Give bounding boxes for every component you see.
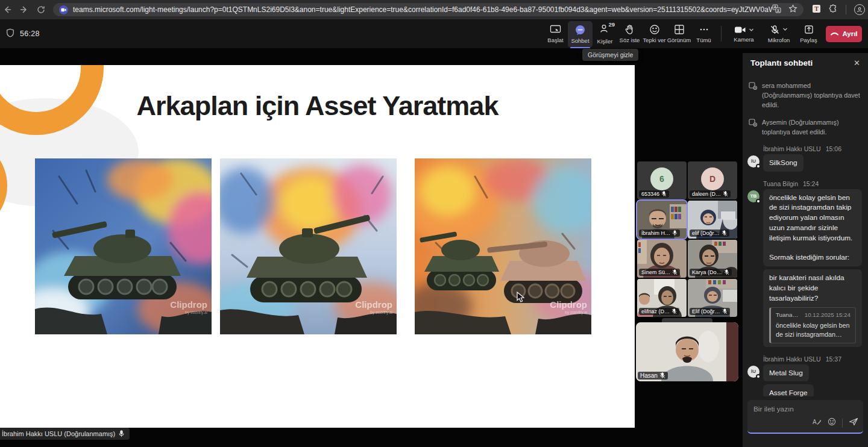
chat-message-list[interactable]: sera mohammed (Doğrulanmamış) toplantıya… (743, 72, 868, 396)
leave-label: Ayrıl (842, 30, 857, 37)
message-compose-box[interactable]: A (747, 400, 863, 434)
mic-muted-icon (659, 372, 665, 379)
presenter-name-badge: İbrahim Hakkı USLU (Doğrulanmamış) (0, 428, 130, 440)
participant-name: daleen (D… (692, 191, 721, 197)
people-label: Kişiler (597, 38, 613, 45)
mic-on-icon (672, 230, 678, 236)
raise-hand-button[interactable]: Söz iste (617, 19, 642, 48)
address-bar[interactable]: teams.microsoft.com/light-meetings/launc… (53, 3, 804, 16)
participant-name: elif (Doğr… (692, 230, 720, 236)
people-count-badge: 29 (609, 21, 615, 28)
participant-tile[interactable]: elif (Doğr… (688, 201, 737, 239)
message-author-row: İbrahim Hakkı USLU 15:06 (763, 145, 862, 152)
participant-name: Elif (Doğr… (692, 308, 720, 314)
participant-tile[interactable]: Elif (Doğr… (688, 279, 737, 317)
participant-avatar: 6 (650, 167, 673, 190)
microphone-chevron-icon (782, 25, 788, 34)
extensions-puzzle-icon[interactable] (829, 4, 838, 16)
browser-chrome: teams.microsoft.com/light-meetings/launc… (0, 0, 868, 19)
event-text: sera mohammed (Doğrulanmamış) toplantıya… (762, 81, 861, 110)
send-icon[interactable] (849, 417, 858, 428)
mic-on-icon (119, 430, 124, 437)
mic-muted-icon (722, 308, 728, 314)
react-button[interactable]: Tepki ver (642, 19, 667, 48)
spotlight-video-tile[interactable]: Hasan (636, 322, 738, 381)
shield-icon (6, 28, 14, 40)
participant-tile[interactable]: Karya (Do… (688, 240, 737, 278)
participant-tile[interactable]: D daleen (D… (688, 161, 737, 199)
quoted-reply: Tuana… 10.12.2025 15:24 öncelikle kolay … (769, 307, 856, 343)
camera-label: Kamera (734, 36, 753, 43)
svg-text:A: A (813, 419, 817, 425)
chat-message[interactable]: öncelikle kolay gelsin ben de sizi insta… (763, 189, 862, 267)
message-input[interactable] (753, 405, 844, 413)
message-row: TB öncelikle kolay gelsin ben de sizi in… (747, 189, 862, 347)
teams-favicon (59, 5, 68, 14)
clipdrop-watermark: Clipdrop (550, 299, 587, 310)
invite-icon (749, 81, 757, 90)
chat-message[interactable]: Asset Forge (763, 384, 814, 396)
participant-name: Hasan (640, 372, 658, 379)
bookmark-star-icon[interactable] (788, 4, 797, 16)
view-button[interactable]: Görünüm (667, 19, 691, 48)
people-button[interactable]: 29 Kişiler (593, 19, 617, 48)
slide-title: Arkaplan için Asset Yaratmak (0, 90, 635, 122)
chat-tooltip: Görüşmeyi gizle (582, 49, 638, 61)
message-row: İU Metal Slug Asset Forge Kit Bash Modde… (747, 364, 862, 396)
author-name: Tuana Bilgin (763, 180, 798, 187)
browser-back-icon[interactable] (2, 5, 12, 14)
meeting-timer: 56:28 (20, 30, 40, 38)
message-paragraph: öncelikle kolay gelsin ben de sizi insta… (769, 193, 856, 243)
close-icon[interactable]: ✕ (854, 58, 860, 67)
format-icon[interactable]: A (813, 417, 822, 428)
mouse-cursor (517, 292, 526, 305)
more-button[interactable]: Tümü (691, 19, 716, 48)
microphone-button[interactable]: Mikrofon (761, 19, 796, 48)
browser-profile-icon[interactable] (854, 4, 865, 15)
chrome-divider (846, 5, 846, 14)
translate-icon[interactable] (772, 4, 781, 16)
tank-artwork-2: Clipdrop by stability.ai (220, 158, 397, 334)
message-author-row: İbrahim Hakkı USLU 15:37 (763, 355, 862, 363)
mic-muted-icon (724, 269, 729, 275)
emoji-icon[interactable] (828, 417, 836, 428)
compose-divider (842, 419, 843, 428)
participant-tile-active-speaker[interactable]: İbrahim H… (637, 201, 687, 239)
participant-tile[interactable]: Sinem Sü… (637, 240, 687, 278)
chat-message[interactable]: bir karakteri nasıl akılda kalıcı bir şe… (763, 269, 862, 346)
clipdrop-watermark: Clipdrop (355, 299, 392, 310)
message-time: 15:06 (826, 145, 841, 152)
view-label: Görünüm (667, 37, 691, 43)
chat-message[interactable]: SilkSong (763, 154, 804, 172)
quote-author: Tuana… (776, 311, 798, 319)
message-time: 15:24 (803, 180, 819, 187)
more-label: Tümü (696, 37, 711, 43)
message-author-row: Tuana Bilgin 15:24 (763, 180, 862, 187)
share-button[interactable]: Paylaş (796, 19, 821, 48)
browser-forward-icon[interactable] (19, 5, 29, 14)
quote-date: 10.12.2025 15:24 (805, 311, 851, 319)
participant-name: elifnaz (D… (641, 308, 670, 314)
participant-tile[interactable]: 6 653346 (637, 161, 687, 199)
leave-button[interactable]: Ayrıl (826, 26, 862, 42)
camera-button[interactable]: Kamera (726, 19, 761, 48)
chat-message[interactable]: Metal Slug (763, 364, 809, 382)
share-label: Paylaş (800, 37, 817, 43)
mic-muted-icon (671, 308, 677, 314)
participant-name: Sinem Sü… (641, 269, 670, 275)
avatar: TB (747, 190, 760, 202)
participant-tile[interactable]: elifnaz (D… (637, 279, 687, 317)
start-presenting-button[interactable]: Başlat (543, 19, 568, 48)
participant-name: 653346 (641, 191, 659, 197)
chat-system-event: sera mohammed (Doğrulanmamış) toplantıya… (749, 81, 861, 110)
presenter-name: İbrahim Hakkı USLU (Doğrulanmamış) (2, 430, 115, 437)
toolbar-divider (721, 26, 722, 42)
extension-t-icon[interactable]: T (812, 4, 821, 16)
meeting-chat-panel: Toplantı sohbeti ✕ sera mohammed (Doğrul… (743, 53, 868, 447)
chat-button[interactable]: Sohbet (568, 21, 593, 48)
svg-text:T: T (814, 5, 819, 12)
message-time: 15:37 (826, 355, 841, 363)
browser-reload-icon[interactable] (36, 5, 46, 14)
participant-avatar: D (701, 167, 724, 190)
avatar: İU (747, 155, 760, 167)
